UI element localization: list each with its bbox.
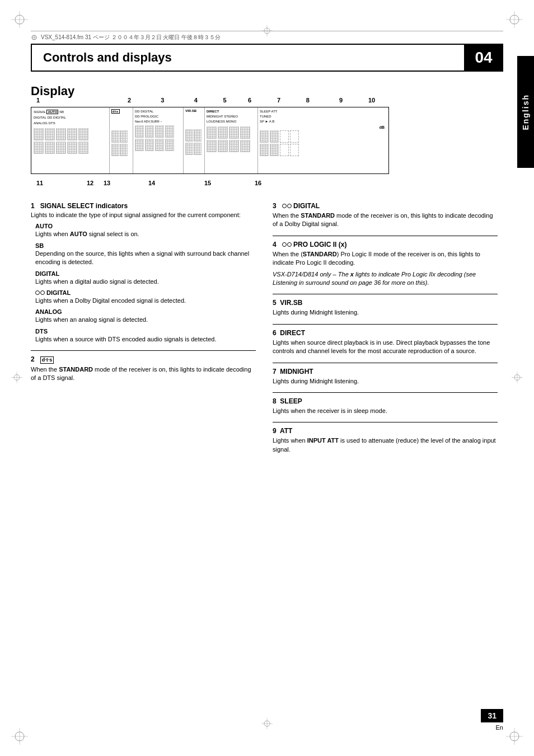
left-column: 1 SIGNAL SELECT indicators Lights to ind… (31, 202, 256, 461)
desc-1-body: Lights to indicate the type of input sig… (31, 211, 256, 219)
desc-7-number: 7 (273, 368, 277, 375)
dot-blocks-2b (111, 144, 128, 156)
label-10: 10 (368, 97, 389, 104)
reg-cross-left (11, 372, 22, 384)
signal-indicators: SIGNAL AUTO SB DIGITAL DD DIGITAL ANALOG… (34, 109, 107, 126)
db-label: dB (260, 125, 387, 129)
dot-blocks-5b (185, 143, 202, 155)
diag-section-34: DD DIGITAL DD PROLOGIC Neo:6 ADV.SURR→ (133, 107, 184, 173)
dot-blocks-67b (207, 140, 256, 152)
desc-5-body: Lights during Midnight listening. (273, 308, 498, 317)
title-box: Controls and displays (31, 44, 464, 72)
desc-2-number: 2 (31, 355, 35, 363)
dot-blocks-2 (111, 130, 128, 143)
label-6: 6 (248, 97, 277, 104)
label-12: 12 (87, 180, 104, 186)
display-diagram: SIGNAL AUTO SB DIGITAL DD DIGITAL ANALOG… (31, 107, 389, 174)
sleep-att-labels: SLEEP ATT TUNED SP ► A B (260, 109, 387, 124)
desc-9-body: Lights when INPUT ATT is used to attenua… (273, 436, 498, 454)
dts-badge: d·t·s (40, 356, 54, 364)
desc-8-number: 8 (273, 397, 277, 405)
desc-8-body: Lights when the receiver is in sleep mod… (273, 407, 498, 415)
dts-badge-diag: dts (111, 109, 120, 114)
number-labels-top: 1 2 3 4 5 6 7 8 9 10 (36, 97, 389, 104)
label-1: 1 (36, 97, 128, 104)
dot-blocks-5 (185, 129, 202, 142)
label-7: 7 (277, 97, 306, 104)
label-11: 11 (36, 180, 87, 186)
desc-4-body: When the (STANDARD) Pro Logic II mode of… (273, 250, 498, 267)
right-column: 3 DIGITAL When the STANDARD mode of the … (273, 202, 498, 461)
desc-item-3: 3 DIGITAL When the STANDARD mode of the … (273, 202, 498, 229)
label-16: 16 (255, 180, 283, 186)
divider-6 (273, 363, 498, 363)
desc-2-header: 2 d·t·s (31, 355, 256, 364)
file-info-bar: VSX_514-814.fm 31 ページ ２００４年３月２日 火曜日 午後８時… (31, 31, 503, 41)
dd-circles-4 (282, 242, 292, 247)
label-3: 3 (161, 97, 194, 104)
desc-item-8: 8 SLEEP Lights when the receiver is in s… (273, 397, 498, 415)
desc-7-body: Lights during Midnight listening. (273, 377, 498, 386)
dot-blocks-8910b (260, 144, 387, 156)
sub-sb: SB Depending on the source, this lights … (35, 242, 256, 267)
label-9: 9 (339, 97, 368, 104)
dot-blocks-34 (135, 125, 181, 138)
desc-4-number: 4 (273, 241, 277, 248)
desc-7-header: 7 MIDNIGHT (273, 368, 498, 375)
file-info-text: VSX_514-814.fm 31 ページ ２００４年３月２日 火曜日 午後８時… (41, 34, 221, 41)
desc-1-header: 1 SIGNAL SELECT indicators (31, 202, 256, 210)
display-diagram-wrapper: 1 2 3 4 5 6 7 8 9 10 SIGNAL AUTO SB DIGI… (31, 107, 389, 174)
desc-1-title: SIGNAL SELECT indicators (40, 202, 128, 210)
sub-dd-digital: DIGITAL Lights when a Dolby Digital enco… (35, 289, 256, 305)
desc-item-4: 4 PRO LOGIC II (x) When the (STANDARD) P… (273, 241, 498, 288)
diag-section-1: SIGNAL AUTO SB DIGITAL DD DIGITAL ANALOG… (31, 107, 110, 173)
number-labels-bottom: 11 12 13 14 15 16 (36, 180, 372, 186)
desc-3-body: When the STANDARD mode of the receiver i… (273, 212, 498, 229)
desc-9-number: 9 (273, 427, 277, 435)
divider-3 (273, 236, 498, 236)
desc-5-number: 5 (273, 299, 277, 307)
page-language: En (496, 724, 503, 731)
label-2: 2 (128, 97, 161, 104)
divider-8 (273, 422, 498, 422)
desc-5-header: 5 VIR.SB (273, 299, 498, 307)
desc-6-body: Lights when source direct playback is in… (273, 339, 498, 356)
desc-item-6: 6 DIRECT Lights when source direct playb… (273, 329, 498, 356)
sub-dts: DTS Lights when a source with DTS encode… (35, 328, 256, 344)
desc-item-9: 9 ATT Lights when INPUT ATT is used to a… (273, 427, 498, 454)
label-5: 5 (223, 97, 248, 104)
dd-indicators: DD DIGITAL DD PROLOGIC (135, 109, 181, 119)
desc-3-header: 3 DIGITAL (273, 202, 498, 210)
divider-7 (273, 392, 498, 393)
desc-item-1: 1 SIGNAL SELECT indicators Lights to ind… (31, 202, 256, 344)
neo6-label: Neo:6 ADV.SURR→ (135, 120, 181, 123)
page-number-box: 31 (481, 709, 503, 722)
page-title: Controls and displays (43, 50, 172, 65)
diag-section-67: DIRECT MIDNIGHT STEREO LOUDNESS MONO (205, 107, 258, 173)
diag-section-8910: SLEEP ATT TUNED SP ► A B dB (258, 107, 388, 173)
sub-auto: AUTO Lights when AUTO signal select is o… (35, 223, 256, 238)
label-8: 8 (306, 97, 339, 104)
label-14: 14 (148, 180, 204, 186)
dot-blocks-8910 (260, 130, 387, 143)
diag-section-5: VIR.SB (184, 107, 205, 173)
dot-blocks-1b (34, 142, 107, 154)
label-4: 4 (194, 97, 223, 104)
dd-circles-3 (282, 204, 292, 208)
title-section: Controls and displays 04 (31, 44, 503, 72)
desc-8-header: 8 SLEEP (273, 397, 498, 405)
label-13: 13 (104, 180, 148, 186)
corner-mark-br (506, 728, 523, 745)
desc-2-body: When the STANDARD mode of the receiver i… (31, 365, 256, 383)
desc-item-2: 2 d·t·s When the STANDARD mode of the re… (31, 355, 256, 383)
corner-mark-tl (11, 11, 28, 28)
desc-3-number: 3 (273, 202, 277, 210)
divider-4 (273, 294, 498, 294)
desc-9-header: 9 ATT (273, 427, 498, 435)
english-sidebar: English (517, 56, 534, 168)
descriptions: 1 SIGNAL SELECT indicators Lights to ind… (31, 202, 498, 461)
chapter-badge: 04 (464, 44, 503, 72)
dot-blocks-67 (207, 126, 256, 139)
desc-6-header: 6 DIRECT (273, 329, 498, 337)
virsb-label: VIR.SB (185, 109, 196, 112)
